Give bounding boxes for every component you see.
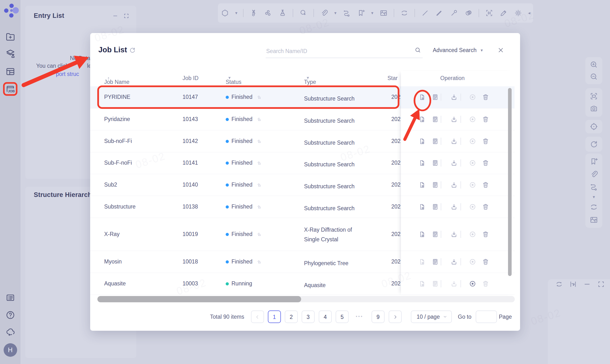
column-type[interactable]: Type bbox=[304, 75, 311, 81]
view-result-icon[interactable] bbox=[418, 159, 426, 167]
goto-page-input[interactable] bbox=[476, 311, 497, 323]
notify-bell-icon[interactable] bbox=[256, 259, 262, 265]
notify-bell-icon[interactable] bbox=[256, 94, 262, 100]
stop-icon[interactable] bbox=[469, 280, 476, 287]
page-button-3[interactable]: 3 bbox=[302, 311, 315, 323]
page-button-2[interactable]: 2 bbox=[285, 311, 298, 323]
download-icon[interactable] bbox=[450, 159, 458, 167]
swap-icon[interactable] bbox=[400, 9, 409, 17]
pencil-line-icon[interactable] bbox=[435, 9, 444, 17]
bond-circle-icon[interactable] bbox=[450, 9, 458, 17]
notify-bell-icon[interactable] bbox=[256, 160, 262, 166]
report-icon[interactable] bbox=[431, 116, 439, 123]
molecule-icon[interactable] bbox=[264, 9, 273, 17]
hexagon-icon[interactable] bbox=[221, 9, 229, 17]
bookmark-plus-icon[interactable] bbox=[357, 9, 365, 17]
notify-bell-icon[interactable] bbox=[256, 231, 262, 237]
view-result-icon[interactable] bbox=[418, 181, 426, 189]
wrap-icon[interactable] bbox=[569, 280, 577, 288]
expand-icon[interactable] bbox=[597, 280, 605, 288]
download-icon[interactable] bbox=[450, 258, 458, 266]
bookmark-plus-icon[interactable] bbox=[589, 157, 598, 166]
delete-icon[interactable] bbox=[482, 181, 489, 189]
minus-icon[interactable] bbox=[583, 280, 591, 288]
image-map-icon[interactable] bbox=[589, 215, 598, 224]
sidebar-item-jobs[interactable]: JOB bbox=[5, 84, 16, 94]
dna-icon[interactable] bbox=[249, 9, 258, 17]
zoom-in-icon[interactable] bbox=[589, 60, 598, 69]
sidebar-item-tables[interactable] bbox=[5, 66, 16, 77]
gear-icon[interactable] bbox=[514, 9, 522, 17]
sidebar-item-projects[interactable] bbox=[5, 31, 16, 42]
delete-icon[interactable] bbox=[482, 93, 489, 101]
notify-bell-icon[interactable] bbox=[256, 138, 262, 144]
report-icon[interactable] bbox=[431, 93, 439, 101]
view-result-icon[interactable] bbox=[418, 231, 426, 238]
report-icon[interactable] bbox=[431, 159, 439, 167]
caret-down-icon[interactable]: ▾ bbox=[593, 195, 595, 199]
caret-left-icon[interactable]: ◂ bbox=[528, 11, 531, 15]
vertical-scrollbar[interactable] bbox=[508, 88, 512, 276]
report-icon[interactable] bbox=[431, 258, 439, 266]
search-input[interactable] bbox=[266, 45, 423, 58]
zoom-out-icon[interactable] bbox=[589, 72, 598, 81]
notify-bell-icon[interactable] bbox=[256, 116, 262, 122]
overlap-circles-icon[interactable] bbox=[464, 9, 473, 17]
download-icon[interactable] bbox=[450, 203, 458, 211]
column-job-name[interactable]: Job Name bbox=[104, 75, 111, 81]
swap-icon[interactable] bbox=[555, 280, 563, 288]
horizontal-scrollbar[interactable] bbox=[97, 296, 301, 302]
report-icon[interactable] bbox=[431, 137, 439, 145]
page-button-4[interactable]: 4 bbox=[319, 311, 332, 323]
minimize-icon[interactable] bbox=[112, 13, 118, 19]
advanced-search-button[interactable]: Advanced Search▼ bbox=[433, 47, 483, 53]
page-button-5[interactable]: 5 bbox=[336, 311, 349, 323]
camera-icon[interactable] bbox=[589, 104, 598, 113]
delete-icon[interactable] bbox=[482, 137, 489, 145]
user-avatar[interactable]: H bbox=[4, 343, 17, 357]
line-icon[interactable] bbox=[421, 9, 429, 17]
import-structure-link[interactable]: port struc bbox=[56, 71, 79, 77]
pencil-icon[interactable] bbox=[499, 9, 508, 17]
page-button-1[interactable]: 1 bbox=[268, 311, 281, 323]
delete-icon[interactable] bbox=[482, 258, 489, 266]
refresh-icon[interactable] bbox=[589, 140, 598, 149]
flask-icon[interactable] bbox=[278, 9, 287, 17]
caret-down-icon[interactable]: ▾ bbox=[371, 11, 374, 15]
download-icon[interactable] bbox=[450, 231, 458, 238]
delete-icon[interactable] bbox=[482, 231, 489, 238]
download-icon[interactable] bbox=[450, 137, 458, 145]
fullscreen-icon[interactable] bbox=[123, 13, 130, 19]
delete-icon[interactable] bbox=[482, 203, 489, 211]
caret-down-icon[interactable]: ▾ bbox=[334, 11, 336, 15]
refresh-icon[interactable] bbox=[129, 47, 136, 54]
caret-down-icon[interactable]: ▾ bbox=[235, 11, 237, 15]
delete-icon[interactable] bbox=[482, 116, 489, 123]
notify-bell-icon[interactable] bbox=[256, 182, 262, 188]
notify-bell-icon[interactable] bbox=[256, 203, 262, 210]
column-status[interactable]: Status bbox=[226, 75, 232, 81]
report-icon[interactable] bbox=[431, 231, 439, 238]
view-result-icon[interactable] bbox=[418, 137, 426, 145]
download-icon[interactable] bbox=[450, 93, 458, 101]
view-result-icon[interactable] bbox=[418, 93, 426, 101]
report-icon[interactable] bbox=[431, 181, 439, 189]
target-icon[interactable] bbox=[589, 122, 598, 131]
download-icon[interactable] bbox=[450, 181, 458, 189]
page-button-9[interactable]: 9 bbox=[372, 311, 385, 323]
report-icon[interactable] bbox=[431, 203, 439, 211]
sidebar-item-structures[interactable] bbox=[5, 49, 16, 59]
sidebar-item-help[interactable] bbox=[5, 310, 15, 320]
route-icon[interactable] bbox=[342, 9, 351, 17]
image-map-icon[interactable] bbox=[379, 9, 388, 17]
h-brackets-icon[interactable] bbox=[485, 9, 493, 17]
magnifier-cursor-icon[interactable] bbox=[299, 9, 308, 17]
sidebar-item-logs[interactable] bbox=[5, 293, 15, 303]
sidebar-item-sync[interactable] bbox=[5, 327, 15, 337]
delete-icon[interactable] bbox=[482, 159, 489, 167]
view-result-icon[interactable] bbox=[418, 116, 426, 123]
view-result-icon[interactable] bbox=[418, 203, 426, 211]
fit-icon[interactable] bbox=[589, 91, 598, 101]
next-page-button[interactable] bbox=[389, 311, 402, 323]
paperclip-icon[interactable] bbox=[320, 9, 328, 17]
